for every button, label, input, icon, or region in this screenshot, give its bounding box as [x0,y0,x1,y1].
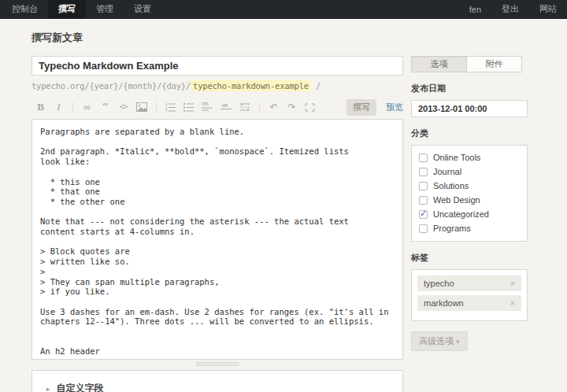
editor-toolbar: B I ∞ “ <> 123 TITL [32,98,403,116]
svg-text:HR: HR [222,103,228,108]
tag-pill: markdown × [417,295,521,311]
custom-fields-label: 自定义字段 [57,383,104,392]
tags-label: 标签 [411,252,528,264]
permalink-base: typecho.org/{year}/{month}/{day}/ [32,81,191,91]
advanced-options-button[interactable]: 高级选项▾ [411,331,468,351]
chevron-right-icon: ▸ [46,385,50,392]
tab-write[interactable]: 撰写 [346,99,376,116]
publish-date-label: 发布日期 [411,83,528,94]
nav-username[interactable]: fen [459,0,491,18]
nav-item-write[interactable]: 撰写 [48,0,86,18]
permalink-slug[interactable]: typecho-markdown-example [191,80,311,91]
horizontal-rule-icon[interactable]: HR [220,101,232,113]
tag-text: typecho [424,279,454,288]
nav-site-link[interactable]: 网站 [529,0,567,18]
checkbox[interactable] [419,168,428,176]
post-options-sidebar: 选项 附件 发布日期 分类 Online Tools Journal Solut… [411,56,528,392]
editor-resize-handle[interactable] [196,362,239,366]
tag-pill: typecho × [417,276,521,291]
ordered-list-icon[interactable]: 123 [165,101,176,113]
publish-date-input[interactable] [411,100,528,117]
svg-text:3: 3 [165,109,168,113]
permalink-suffix: / [311,81,321,91]
toolbar-divider [156,102,157,113]
svg-text:TITL: TITL [202,102,209,106]
categories-box: Online Tools Journal Solutions Web Desig… [411,145,528,242]
image-icon[interactable] [136,101,147,113]
remove-tag-icon[interactable]: × [510,279,515,288]
checkbox-checked[interactable] [419,210,428,219]
redo-icon[interactable]: ↷ [287,101,297,113]
top-nav: 控制台 撰写 管理 设置 fen 登出 网站 [0,0,567,19]
checkbox[interactable] [419,153,428,162]
categories-label: 分类 [411,128,528,139]
tab-attachments[interactable]: 附件 [467,56,522,72]
category-row[interactable]: Web Design [419,195,520,205]
advanced-options-label: 高级选项 [419,336,454,346]
category-row[interactable]: Online Tools [419,153,520,162]
category-label: Web Design [433,195,480,205]
checkbox[interactable] [419,196,428,205]
post-title-input[interactable] [32,56,403,76]
category-label: Solutions [433,181,469,190]
category-row[interactable]: Uncategorized [419,209,520,219]
editor-column: typecho.org/{year}/{month}/{day}/typecho… [32,56,403,392]
remove-tag-icon[interactable]: × [510,298,515,308]
bold-icon[interactable]: B [35,101,46,113]
tab-preview[interactable]: 预览 [386,102,403,113]
blockquote-icon[interactable]: “ [100,103,110,111]
checkbox[interactable] [419,182,428,190]
page-break-icon[interactable] [239,101,250,113]
category-label: Journal [433,167,461,176]
category-row[interactable]: Solutions [419,181,520,190]
unordered-list-icon[interactable] [183,101,194,113]
heading-icon[interactable]: TITL [202,101,213,113]
nav-item-console[interactable]: 控制台 [2,0,48,18]
undo-icon[interactable]: ↶ [269,101,279,113]
permalink: typecho.org/{year}/{month}/{day}/typecho… [32,81,403,91]
sidebar-tabs: 选项 附件 [411,56,522,72]
category-row[interactable]: Programs [419,224,520,233]
code-icon[interactable]: <> [118,101,128,113]
toolbar-divider [259,102,260,113]
fullscreen-icon[interactable] [305,101,315,113]
category-label: Online Tools [433,153,480,162]
page-title: 撰写新文章 [32,31,528,45]
chevron-down-icon: ▾ [456,338,460,346]
custom-fields-toggle[interactable]: ▸自定义字段 [32,370,403,392]
tag-text: markdown [424,298,464,308]
tab-options[interactable]: 选项 [411,56,467,72]
checkbox[interactable] [419,224,428,233]
nav-logout[interactable]: 登出 [491,0,529,18]
italic-icon[interactable]: I [54,101,64,113]
category-row[interactable]: Journal [419,167,520,176]
category-label: Uncategorized [433,209,489,219]
page-content: 撰写新文章 typecho.org/{year}/{month}/{day}/t… [0,31,567,392]
nav-item-manage[interactable]: 管理 [86,0,124,18]
nav-item-settings[interactable]: 设置 [124,0,161,18]
nav-right: fen 登出 网站 [459,0,567,18]
toolbar-divider [72,102,73,113]
link-icon[interactable]: ∞ [82,101,92,113]
category-label: Programs [433,224,471,233]
tags-box[interactable]: typecho × markdown × [411,269,528,321]
markdown-editor-textarea[interactable]: Paragraphs are separated by a blank line… [32,119,403,360]
